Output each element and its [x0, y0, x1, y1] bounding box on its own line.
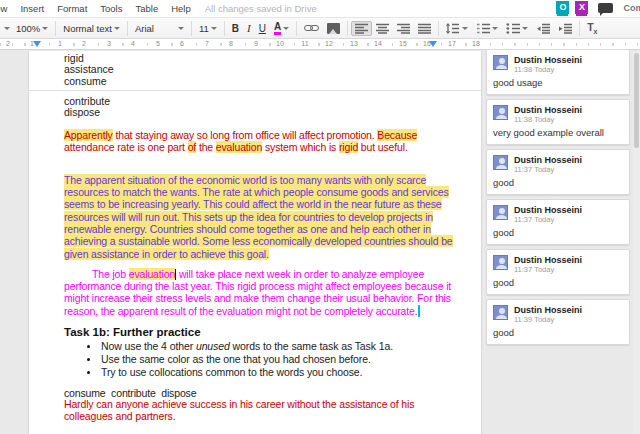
paragraph-style-select[interactable]: Normal text: [59, 21, 124, 36]
align-justify-icon: [418, 23, 431, 34]
comment-author: Dustin Hosseini: [514, 255, 582, 265]
bold-button[interactable]: B: [228, 21, 243, 36]
align-right-icon: [397, 23, 410, 34]
font-size-select[interactable]: 11: [195, 21, 221, 36]
menu-table[interactable]: Table: [135, 3, 158, 14]
toolbar-separator: [296, 21, 297, 36]
toolbar-separator: [579, 21, 580, 36]
comment-timestamp: 11:37 Today: [514, 165, 582, 174]
comment-timestamp: 11:38 Today: [514, 65, 582, 74]
menu-view[interactable]: View: [0, 3, 7, 14]
scrollbar-thumb[interactable]: [634, 53, 639, 148]
menu-tools[interactable]: Tools: [100, 3, 122, 14]
task-heading: Task 1b: Further practice: [64, 326, 465, 339]
word-list-item: dispose: [64, 107, 465, 118]
align-left-icon: [355, 23, 368, 34]
ruler-number: 17: [447, 40, 457, 47]
ruler-number: 4: [130, 40, 136, 47]
align-justify-button[interactable]: [414, 21, 435, 36]
scrollbar[interactable]: [633, 51, 640, 434]
comments-sidebar: Dustin Hosseini 11:38 Today good usage D…: [486, 49, 630, 349]
menu-insert[interactable]: Insert: [20, 3, 44, 14]
comment-card[interactable]: Dustin Hosseini 11:37 Today good: [486, 199, 630, 245]
chevron-down-icon: [114, 27, 120, 30]
word-list-item: assistance: [64, 64, 465, 75]
comments-button[interactable]: Comments: [623, 3, 640, 13]
highlighted-word: evaluation: [216, 141, 262, 153]
outdent-button[interactable]: [532, 21, 554, 36]
zoom-select[interactable]: 100%: [12, 21, 52, 36]
clear-formatting-button[interactable]: Tx: [583, 19, 601, 37]
line-spacing-button[interactable]: [442, 21, 472, 36]
chevron-down-icon: [178, 27, 184, 30]
comment-card[interactable]: Dustin Hosseini 11:38 Today good usage: [486, 49, 630, 95]
menu-bar: View Insert Format Tools Table Help All …: [0, 0, 640, 17]
word-list-item: consume: [64, 76, 465, 87]
indent-marker[interactable]: [429, 41, 437, 47]
highlighted-word: evaluation: [129, 268, 175, 280]
text-color-button[interactable]: A: [270, 20, 293, 37]
chevron-down-icon: [283, 27, 289, 30]
comment-card[interactable]: Dustin Hosseini 11:38 Today very good ex…: [486, 99, 630, 145]
paragraph-red-closing: Hardly can anyone achieve success in his…: [64, 399, 465, 422]
toolbar-separator: [55, 21, 56, 36]
comment-card[interactable]: Dustin Hosseini 11:39 Today good: [486, 299, 630, 345]
user-avatar-icon: [493, 55, 508, 70]
collaborator-cursor: [418, 305, 420, 317]
menu-help[interactable]: Help: [171, 3, 191, 14]
comment-header: Dustin Hosseini 11:39 Today: [493, 305, 623, 324]
comment-timestamp: 11:39 Today: [514, 315, 582, 324]
align-center-button[interactable]: [372, 21, 393, 36]
insert-image-button[interactable]: [323, 21, 344, 36]
comment-author: Dustin Hosseini: [514, 155, 582, 165]
ruler-number: 11: [300, 40, 309, 47]
comment-card[interactable]: Dustin Hosseini 11:37 Today good: [486, 149, 630, 195]
paragraph-red: Apparently that staying away so long fro…: [64, 130, 465, 153]
comment-card[interactable]: Dustin Hosseini 11:37 Today good: [486, 249, 630, 295]
highlighted-word: of: [188, 141, 196, 153]
align-right-button[interactable]: [393, 21, 414, 36]
insert-link-button[interactable]: [300, 22, 323, 35]
indent-icon: [558, 23, 572, 34]
partial-control-caret[interactable]: [4, 27, 10, 30]
toolbar: 100% Normal text Arial 11 B I U A Tx: [0, 17, 640, 39]
ruler-number: 18: [471, 40, 481, 47]
collaborator-avatar-x[interactable]: X: [575, 1, 588, 14]
comment-header: Dustin Hosseini 11:37 Today: [493, 155, 623, 174]
image-icon: [327, 23, 340, 34]
paragraph-purple: The apparent situation of the economic w…: [64, 174, 465, 260]
bullet-list-button[interactable]: [502, 21, 532, 36]
word-list-item: contribute: [64, 96, 465, 107]
comment-author: Dustin Hosseini: [514, 55, 582, 65]
user-avatar-icon: [493, 155, 508, 170]
italic-button[interactable]: I: [243, 20, 255, 36]
menu-format[interactable]: Format: [57, 3, 87, 14]
paragraph-magenta: The job evaluation will take place next …: [64, 268, 465, 317]
align-left-button[interactable]: [351, 21, 372, 36]
text-run: but useful.: [358, 141, 408, 153]
comment-bubble-icon[interactable]: [598, 3, 613, 13]
indent-button[interactable]: [554, 21, 576, 36]
text-run: The job: [92, 268, 129, 280]
document-page[interactable]: rigid assistance consume contribute disp…: [28, 51, 482, 434]
bullet-list-icon: [506, 23, 520, 34]
save-status: All changes saved in Drive: [205, 3, 317, 14]
numbered-list-button[interactable]: [472, 21, 502, 36]
indent-marker[interactable]: [33, 41, 41, 47]
comment-text: very good example overall: [493, 127, 623, 138]
comment-author: Dustin Hosseini: [514, 105, 582, 115]
link-icon: [304, 24, 319, 33]
ruler-number: 13: [349, 40, 359, 47]
ruler-number: 1: [57, 40, 63, 47]
text-run: that staying away so long from office wi…: [113, 129, 378, 141]
comment-author: Dustin Hosseini: [514, 305, 582, 315]
ruler-number: 6: [179, 40, 185, 47]
comment-header: Dustin Hosseini 11:37 Today: [493, 255, 623, 274]
chevron-down-icon: [42, 27, 48, 30]
underline-button[interactable]: U: [255, 21, 270, 36]
toolbar-separator: [191, 21, 192, 36]
font-select[interactable]: Arial: [131, 21, 188, 36]
outdent-icon: [536, 23, 550, 34]
collaborator-avatar-o[interactable]: O: [556, 1, 569, 14]
comment-timestamp: 11:38 Today: [514, 115, 582, 124]
